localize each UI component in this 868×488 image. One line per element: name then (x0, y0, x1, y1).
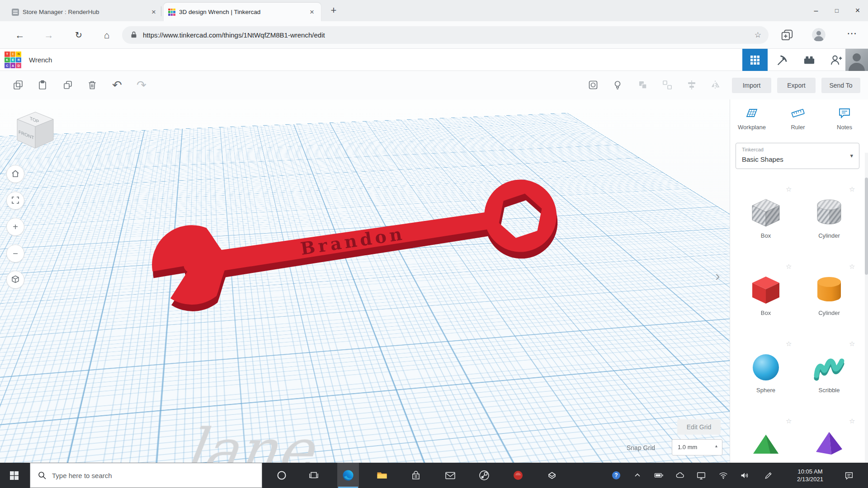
pen-tray-icon[interactable] (760, 463, 777, 488)
favorite-star-icon[interactable]: ☆ (786, 417, 792, 425)
new-tab-button[interactable]: + (327, 5, 340, 17)
wrench-model[interactable]: Brandon (136, 172, 588, 316)
duplicate-icon[interactable] (62, 80, 73, 90)
favorite-star-icon[interactable]: ☆ (786, 340, 792, 348)
perspective-toggle-button[interactable] (6, 271, 24, 289)
3d-viewport[interactable]: lane Brandon (0, 99, 730, 463)
scrollbar-thumb[interactable] (865, 178, 868, 275)
window-close-button[interactable]: × (847, 0, 868, 21)
show-all-bulb-icon[interactable] (612, 80, 623, 90)
paste-icon[interactable] (37, 80, 48, 90)
favorite-star-icon[interactable]: ☆ (849, 340, 855, 348)
add-favorite-icon[interactable]: ☆ (755, 26, 761, 44)
workplane-tool-label: Workplane (731, 124, 772, 131)
tab-store-manager[interactable]: Store Manager : RenderHub × (7, 3, 163, 21)
view-home-button[interactable] (6, 165, 24, 183)
zoom-out-button[interactable]: − (6, 244, 24, 263)
back-button[interactable]: ← (13, 28, 27, 42)
task-view-button[interactable] (303, 463, 324, 488)
shape-box-hole[interactable] (748, 194, 784, 230)
sidebar-collapse-chevron[interactable]: › (715, 267, 720, 284)
network-tray-icon[interactable] (715, 463, 731, 488)
favorite-star-icon[interactable]: ☆ (786, 185, 792, 193)
window-maximize-button[interactable]: □ (826, 0, 847, 21)
export-button[interactable]: Export (777, 78, 816, 93)
send-to-button[interactable]: Send To (821, 78, 860, 93)
battery-tray-icon[interactable] (651, 463, 667, 488)
redo-icon[interactable]: ↷ (135, 77, 148, 93)
view-cube[interactable]: TOP FRONT (14, 108, 57, 152)
tinkercad-logo-icon[interactable]: TIN KER CAD (5, 52, 21, 68)
tab-close-icon[interactable]: × (307, 8, 316, 17)
invite-person-icon[interactable] (830, 54, 843, 66)
import-button[interactable]: Import (732, 78, 771, 93)
browser-profile-avatar[interactable] (812, 28, 826, 42)
taskbar-clock[interactable]: 10:05 AM 2/13/2021 (787, 468, 834, 483)
notes-tool-button[interactable]: Notes (824, 106, 865, 131)
favorite-star-icon[interactable]: ☆ (849, 185, 855, 193)
shape-scribble[interactable] (811, 348, 847, 385)
shape-sphere[interactable] (748, 348, 784, 385)
edge-taskbar-button[interactable] (337, 463, 359, 488)
shape-library-dropdown[interactable]: Tinkercad Basic Shapes ▾ (736, 143, 859, 169)
zoom-in-button[interactable]: + (6, 218, 24, 236)
volume-tray-icon[interactable] (736, 463, 753, 488)
onedrive-tray-icon[interactable] (672, 463, 688, 488)
favorite-star-icon[interactable]: ☆ (849, 417, 855, 425)
mirror-icon[interactable] (710, 80, 721, 90)
snap-grid-dropdown[interactable]: 1.0 mm ▴ (672, 439, 722, 455)
ungroup-icon[interactable] (662, 80, 673, 90)
browser-menu-icon[interactable]: ⋯ (844, 27, 859, 41)
spinner-up-icon[interactable]: ▴ (715, 444, 717, 448)
favorite-star-icon[interactable]: ☆ (849, 263, 855, 271)
shape-pyramid[interactable] (811, 426, 847, 462)
tray-expand-button[interactable] (629, 463, 646, 488)
address-bar[interactable]: https://www.tinkercad.com/things/1NtWqfZ… (122, 26, 769, 44)
design-name[interactable]: Wrench (29, 49, 52, 71)
dashboard-grid-button[interactable] (742, 49, 768, 71)
mail-button[interactable] (439, 463, 461, 488)
app-red-button[interactable] (507, 463, 529, 488)
start-button[interactable] (0, 463, 28, 488)
dropbox-icon (546, 469, 558, 481)
tab-close-icon[interactable]: × (149, 8, 158, 17)
edit-grid-button[interactable]: Edit Grid (677, 419, 721, 435)
delete-icon[interactable] (87, 80, 98, 90)
home-button[interactable]: ⌂ (99, 28, 114, 42)
search-input[interactable] (52, 472, 251, 479)
user-avatar[interactable] (845, 49, 868, 71)
workplane-tool-button[interactable]: Workplane (731, 106, 772, 131)
shape-label: Box (739, 310, 793, 316)
url-text: https://www.tinkercad.com/things/1NtWqfZ… (143, 26, 325, 44)
file-explorer-button[interactable] (371, 463, 393, 488)
forward-button[interactable]: → (42, 28, 56, 42)
get-help-button[interactable]: ? (608, 463, 624, 488)
reload-button[interactable]: ↻ (71, 28, 86, 42)
fit-view-button[interactable] (6, 192, 24, 210)
collections-icon[interactable] (780, 28, 794, 42)
inspector-icon[interactable] (588, 80, 599, 90)
copy-icon[interactable] (13, 80, 24, 90)
action-center-button[interactable] (839, 463, 859, 488)
taskbar-search[interactable] (30, 463, 262, 488)
tab-tinkercad[interactable]: 3D design Wrench | Tinkercad × (164, 3, 321, 21)
minecraft-pickaxe-icon[interactable] (776, 54, 788, 66)
lego-brick-icon[interactable] (803, 54, 816, 66)
window-minimize-button[interactable]: – (806, 0, 826, 21)
dropbox-button[interactable] (541, 463, 563, 488)
group-icon[interactable] (637, 80, 648, 90)
store-button[interactable] (405, 463, 427, 488)
shape-box[interactable] (748, 271, 784, 307)
ruler-tool-button[interactable]: Ruler (778, 106, 818, 131)
steam-button[interactable] (473, 463, 495, 488)
favorite-star-icon[interactable]: ☆ (786, 263, 792, 271)
align-icon[interactable] (686, 80, 697, 90)
help-icon: ? (612, 471, 621, 480)
undo-icon[interactable]: ↶ (110, 77, 124, 93)
display-tray-icon[interactable] (693, 463, 709, 488)
cortana-button[interactable] (271, 463, 292, 488)
shape-cylinder-hole[interactable] (811, 194, 847, 230)
shape-cylinder[interactable] (811, 271, 847, 307)
shape-roof[interactable] (748, 426, 784, 462)
sidebar-scrollbar[interactable] (865, 153, 868, 463)
